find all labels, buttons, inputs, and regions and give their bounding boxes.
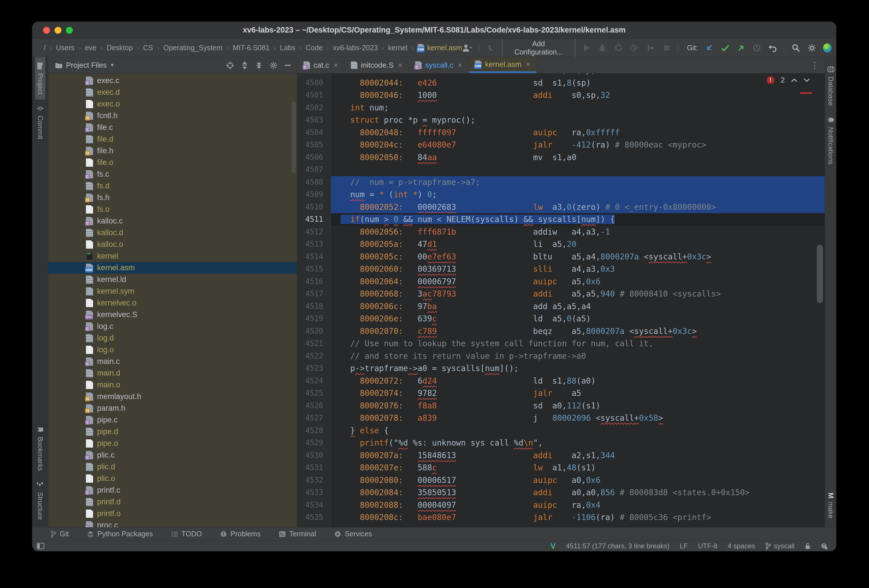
code-line-4508[interactable]: // num = p->trapframe->a7; — [331, 176, 825, 189]
tool-window-button-git[interactable]: Git — [50, 530, 69, 538]
git-commit-check-icon[interactable] — [721, 43, 730, 53]
breadcrumb-item[interactable]: / — [44, 44, 46, 52]
code-line-4506[interactable]: 80002050: 84aa mv s1,a0 — [331, 151, 825, 164]
line-number[interactable]: 4505 — [297, 139, 323, 151]
left-tool-button-bookmarks[interactable]: Bookmarks — [35, 421, 45, 476]
line-number[interactable]: 4526 — [297, 400, 323, 412]
tree-item-main.o[interactable]: main.o — [48, 379, 297, 391]
tree-item-proc.c[interactable]: Cproc.c — [48, 520, 297, 527]
left-tool-button-structure[interactable]: Structure — [35, 476, 45, 525]
breadcrumb-item[interactable]: Users — [56, 44, 74, 52]
git-branch[interactable]: syscall — [765, 542, 795, 550]
tree-item-kernel.sym[interactable]: kernel.sym — [48, 286, 297, 297]
indent-style[interactable]: 4 spaces — [728, 542, 755, 550]
rollback-icon[interactable] — [768, 43, 777, 53]
line-number[interactable]: 4531 — [297, 462, 323, 474]
line-number[interactable]: 4506 — [297, 151, 323, 164]
code-line-4518[interactable]: 8000206c: 97ba add a5,a5,a4 — [331, 300, 825, 313]
line-number[interactable]: 4529 — [297, 437, 323, 449]
minimize-window-button[interactable] — [55, 27, 61, 34]
line-number[interactable]: 4501 — [297, 89, 323, 102]
tree-item-fs.o[interactable]: fs.o — [48, 203, 297, 215]
code-line-4519[interactable]: 8000206e: 639c ld a5,0(a5) — [331, 313, 825, 325]
code-line-4520[interactable]: 80002070: c789 beqz a5,8000207a <syscall… — [331, 325, 825, 338]
tool-window-button-terminal[interactable]: Terminal — [279, 530, 316, 538]
tool-window-button-todo[interactable]: TODO — [171, 530, 202, 538]
tree-item-fcntl.h[interactable]: Hfcntl.h — [48, 110, 297, 121]
code-line-4509[interactable]: num = * (int *) 0; — [331, 188, 825, 201]
right-tool-button-database[interactable]: Database — [826, 61, 836, 111]
line-number[interactable]: 4502 — [297, 102, 323, 114]
tree-item-file.h[interactable]: Hfile.h — [48, 145, 297, 157]
tab-cat.c[interactable]: Ccat.c× — [297, 57, 345, 73]
line-number[interactable]: 4523 — [297, 362, 323, 375]
line-number[interactable]: 4509 — [297, 188, 323, 201]
line-number[interactable]: 4512 — [297, 226, 323, 238]
breadcrumb-item[interactable]: Desktop — [107, 44, 133, 52]
locate-file-icon[interactable] — [226, 61, 234, 70]
tree-item-kalloc.d[interactable]: kalloc.d — [48, 227, 297, 238]
line-ending[interactable]: LF — [680, 542, 688, 550]
file-encoding[interactable]: UTF-8 — [698, 542, 718, 550]
user-profile-icon[interactable] — [462, 43, 472, 53]
panel-options-gear-icon[interactable] — [270, 61, 277, 70]
tool-window-layout-icon[interactable] — [37, 543, 44, 549]
tree-item-log.o[interactable]: log.o — [48, 344, 297, 355]
expand-all-icon[interactable] — [241, 61, 248, 70]
tree-item-exec.d[interactable]: exec.d — [48, 86, 297, 98]
code-line-4535[interactable]: 8000208c: bae080e7 jalr -1106(ra) # 8000… — [331, 511, 825, 524]
tree-item-plic.c[interactable]: Cplic.c — [48, 449, 297, 461]
tree-item-kernel.asm[interactable]: ASMkernel.asm — [48, 262, 297, 274]
tree-item-kernelvec.o[interactable]: kernelvec.o — [48, 297, 297, 309]
tab-initcode.S[interactable]: initcode.S× — [345, 57, 409, 73]
tree-item-fs.c[interactable]: Cfs.c — [48, 169, 297, 180]
error-stripe-mark[interactable] — [800, 92, 812, 94]
code-line-4516[interactable]: 80002064: 00006797 auipc a5,0x6 — [331, 275, 825, 288]
code-line-4534[interactable]: 80002088: 00004097 auipc ra,0x4 — [331, 499, 825, 511]
history-icon[interactable] — [753, 43, 762, 53]
intention-bulb-icon[interactable] — [331, 203, 338, 211]
line-number[interactable]: 4518 — [297, 300, 323, 313]
code-line-4527[interactable]: 80002078: a839 j 80002096 <syscall+0x58> — [331, 412, 825, 424]
tree-item-kalloc.o[interactable]: kalloc.o — [48, 238, 297, 250]
hide-panel-icon[interactable] — [284, 64, 291, 67]
code-line-4512[interactable]: 80002056: fff6871b addiw a4,a3,-1 — [331, 226, 825, 238]
code-line-4502[interactable]: int num; — [331, 102, 825, 114]
line-number[interactable]: 4511 — [297, 213, 323, 226]
tree-item-exec.o[interactable]: exec.o — [48, 98, 297, 110]
line-number[interactable]: 4510 — [297, 201, 323, 213]
line-number[interactable]: 4532 — [297, 474, 323, 487]
inspection-widget[interactable]: ! 2 — [767, 76, 810, 84]
add-configuration-button[interactable]: Add Configuration... — [502, 37, 575, 59]
file-writable-lock-icon[interactable] — [805, 543, 810, 549]
line-number[interactable]: 4517 — [297, 288, 323, 300]
breadcrumb-item[interactable]: Operating_System — [163, 44, 222, 52]
tree-item-file.o[interactable]: file.o — [48, 157, 297, 169]
tree-item-pipe.d[interactable]: pipe.d — [48, 426, 297, 438]
line-number[interactable]: 4535 — [297, 511, 323, 524]
inspections-highlight-icon[interactable]: ? — [821, 543, 827, 549]
line-number[interactable]: 4514 — [297, 250, 323, 263]
tree-item-kalloc.c[interactable]: Ckalloc.c — [48, 215, 297, 227]
line-number[interactable]: 4534 — [297, 499, 323, 511]
code-line-4514[interactable]: 8000205c: 00e7ef63 bltu a5,a4,8000207a <… — [331, 250, 825, 263]
code-line-4531[interactable]: 8000207e: 588c lw a1,48(s1) — [331, 462, 825, 474]
breadcrumb-item[interactable]: Labs — [280, 44, 295, 52]
code-line-4525[interactable]: 80002074: 9782 jalr a5 — [331, 387, 825, 400]
tree-item-kernel[interactable]: kernel — [48, 250, 297, 262]
line-number[interactable]: 4522 — [297, 350, 323, 363]
right-tool-button-make[interactable]: Mmake — [826, 487, 836, 524]
tree-item-kernel.ld[interactable]: kernel.ld — [48, 274, 297, 286]
attach-to-process-icon[interactable] — [646, 43, 655, 53]
code-line-4510[interactable]: 80002052: 00002683 lw a3,0(zero) # 0 <_e… — [331, 201, 825, 213]
code-line-4517[interactable]: 80002068: 3ac78793 addi a5,a5,940 # 8000… — [331, 288, 825, 300]
code-line-4513[interactable]: 8000205a: 47d1 li a5,20 — [331, 238, 825, 250]
debug-icon[interactable] — [598, 43, 607, 53]
code-line-4526[interactable]: 80002076: f8a8 sd a0,112(s1) — [331, 400, 825, 412]
close-tab-icon[interactable]: × — [398, 61, 402, 70]
breadcrumb-item[interactable]: xv6-labs-2023 — [333, 44, 378, 52]
line-number[interactable]: 4516 — [297, 275, 323, 288]
build-hammer-icon[interactable] — [486, 43, 495, 53]
line-number[interactable]: 4527 — [297, 412, 323, 424]
line-number[interactable]: 4504 — [297, 126, 323, 139]
